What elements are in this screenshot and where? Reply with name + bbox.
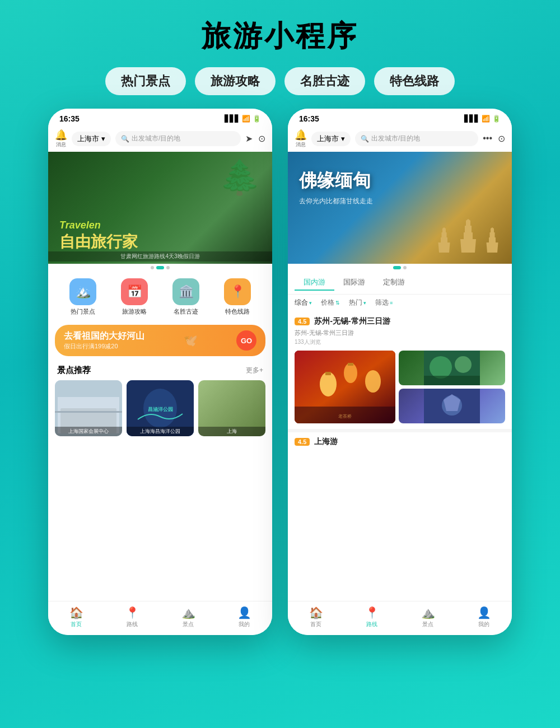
- bell-area-left[interactable]: 🔔 消息: [55, 129, 67, 148]
- exhibition-label: 上海国家会展中心: [55, 427, 122, 436]
- tab-domestic[interactable]: 国内游: [295, 275, 334, 291]
- svg-text:昌涵洋公园: 昌涵洋公园: [148, 407, 173, 412]
- filter-label-2: 热门: [349, 298, 362, 307]
- cat-icon-orange: 📍: [224, 278, 251, 305]
- tour-item-2[interactable]: 4.5 上海游: [288, 429, 512, 451]
- cat-travel-guide[interactable]: 📅 旅游攻略: [121, 278, 148, 316]
- bird-icon: 🕊️: [184, 334, 198, 347]
- tab-spots-left[interactable]: ⛰️ 景点: [181, 606, 195, 628]
- search-bar-left[interactable]: 🔍 出发城市/目的地: [115, 131, 241, 146]
- app-title: 旅游小程序: [202, 17, 358, 56]
- mine-icon-right: 👤: [477, 606, 491, 619]
- signal-icon-left: ▋▋▋: [225, 115, 240, 123]
- svg-rect-12: [325, 372, 331, 375]
- tab-route-left[interactable]: 📍 路线: [125, 606, 139, 628]
- more-link-left[interactable]: 更多+: [246, 366, 263, 375]
- place-exhibition[interactable]: 上海国家会展中心: [55, 380, 122, 436]
- cat-label-2: 名胜古迹: [174, 307, 198, 316]
- tag-travel-guide[interactable]: 旅游攻略: [195, 67, 276, 95]
- filter-label-0: 综合: [295, 298, 308, 307]
- tab-bar-left: 🏠 首页 📍 路线 ⛰️ 景点 👤 我的: [48, 601, 272, 635]
- filter-hot[interactable]: 热门 ▾: [349, 298, 366, 307]
- rating-badge-1: 4.5: [295, 318, 310, 325]
- cat-icon-blue: 🏔️: [69, 278, 96, 305]
- status-icons-right: ▋▋▋ 📶 🔋: [464, 115, 501, 123]
- tag-routes[interactable]: 特色线路: [374, 67, 455, 95]
- temple-small-2: [484, 227, 501, 253]
- tour-item-1[interactable]: 4.5 苏州-无锡-常州三日游 苏州-无锡-常州三日游 133人浏览: [288, 311, 512, 429]
- svg-rect-13: [348, 363, 353, 366]
- place-other[interactable]: 上海: [198, 380, 265, 436]
- tab-home-label-right: 首页: [310, 620, 321, 628]
- svg-point-9: [320, 372, 337, 396]
- cat-landmarks[interactable]: 🏛️ 名胜古迹: [172, 278, 199, 316]
- search-bar-right[interactable]: 🔍 出发城市/目的地: [355, 131, 478, 146]
- tab-route-right[interactable]: 📍 路线: [365, 606, 379, 628]
- temple-large: [457, 219, 479, 253]
- target-icon-right[interactable]: ⊙: [498, 133, 505, 144]
- cat-routes[interactable]: 📍 特色线路: [224, 278, 251, 316]
- cat-label-3: 特色线路: [225, 307, 250, 316]
- filter-arrow-1: ⇅: [335, 300, 340, 306]
- banner-sub-right: 去仰光内比都蒲甘线走走: [299, 197, 373, 206]
- phone-right: 16:35 ▋▋▋ 📶 🔋 🔔 消息 上海市 ▾ 🔍 出发城市/目的地 •: [288, 109, 512, 635]
- chevron-down-icon-left: ▾: [101, 134, 105, 143]
- bell-area-right[interactable]: 🔔 消息: [295, 129, 307, 148]
- filter-arrow-0: ▾: [309, 300, 312, 306]
- tag-landmarks[interactable]: 名胜古迹: [284, 67, 365, 95]
- banner-left: Travelen 自由旅行家 甘肃网红旅游路线4天3晚假日游 🌲: [48, 152, 272, 264]
- tour-header-1: 4.5 苏州-无锡-常州三日游: [295, 316, 505, 326]
- more-icon-right[interactable]: •••: [483, 133, 492, 144]
- temple-small-1: [436, 227, 452, 253]
- banner-text-left: Travelen 自由旅行家: [59, 220, 138, 253]
- tab-mine-right[interactable]: 👤 我的: [477, 606, 491, 628]
- tag-hot-spots[interactable]: 热门景点: [105, 67, 186, 95]
- tag-row: 热门景点 旅游攻略 名胜古迹 特色线路: [105, 67, 455, 95]
- dot-1: [151, 266, 154, 269]
- city-selector-right[interactable]: 上海市 ▾: [311, 132, 351, 146]
- bell-label-left: 消息: [56, 141, 66, 148]
- banner-zh-left: 自由旅行家: [59, 233, 138, 250]
- bell-icon-right: 🔔: [295, 129, 307, 141]
- home-icon-left: 🏠: [69, 606, 83, 619]
- filter-arrow-3: ≡: [390, 300, 393, 306]
- tab-spots-right[interactable]: ⛰️ 景点: [421, 606, 435, 628]
- search-placeholder-left: 出发城市/目的地: [132, 134, 180, 143]
- filter-arrow-2: ▾: [363, 300, 366, 306]
- city-selector-left[interactable]: 上海市 ▾: [72, 132, 111, 146]
- status-icons-left: ▋▋▋ 📶 🔋: [225, 115, 261, 123]
- svg-point-18: [455, 356, 472, 373]
- phone-left: 16:35 ▋▋▋ 📶 🔋 🔔 消息 上海市 ▾ 🔍 出发城市/目的地 ➤: [48, 109, 272, 635]
- promo-banner-left[interactable]: 去看祖国的大好河山 假日出行满199减20 🕊️ GO: [55, 325, 265, 356]
- cat-icon-red: 📅: [121, 278, 148, 305]
- temple-group: [436, 219, 501, 253]
- go-button[interactable]: GO: [236, 330, 256, 351]
- tab-mine-left[interactable]: 👤 我的: [237, 606, 251, 628]
- place-aquarium[interactable]: 昌涵洋公园 上海海昌海洋公园: [127, 380, 194, 436]
- svg-rect-19: [424, 376, 480, 385]
- status-bar-left: 16:35 ▋▋▋ 📶 🔋: [48, 109, 272, 125]
- location-icon-left[interactable]: ➤: [245, 133, 253, 144]
- filter-comprehensive[interactable]: 综合 ▾: [295, 298, 312, 307]
- search-icon-right: 🔍: [361, 135, 369, 143]
- cat-hot-spots[interactable]: 🏔️ 热门景点: [69, 278, 96, 316]
- tour-images-1: 老茶桥: [295, 351, 505, 423]
- tab-home-right[interactable]: 🏠 首页: [309, 606, 323, 628]
- category-row-left: 🏔️ 热门景点 📅 旅游攻略 🏛️ 名胜古迹 📍 特色线路: [48, 272, 272, 320]
- target-icon-left[interactable]: ⊙: [258, 133, 265, 144]
- cat-label-1: 旅游攻略: [122, 307, 147, 316]
- time-right: 16:35: [299, 114, 319, 123]
- promo-content: 去看祖国的大好河山 假日出行满199减20: [64, 330, 144, 351]
- route-tabs: 国内游 国际游 定制游: [288, 272, 512, 295]
- tab-international[interactable]: 国际游: [334, 275, 374, 291]
- tab-home-left[interactable]: 🏠 首页: [69, 606, 83, 628]
- filter-price[interactable]: 价格 ⇅: [321, 298, 340, 307]
- battery-icon-left: 🔋: [253, 115, 261, 123]
- tab-custom[interactable]: 定制游: [374, 275, 414, 291]
- filter-screen[interactable]: 筛选 ≡: [375, 298, 393, 307]
- promo-sub: 假日出行满199减20: [64, 342, 144, 351]
- nav-icons-right: ••• ⊙: [483, 133, 505, 144]
- svg-rect-3: [55, 411, 122, 413]
- tab-spots-label-left: 景点: [183, 620, 194, 628]
- tour-sub-1: 苏州-无锡-常州三日游: [295, 329, 505, 337]
